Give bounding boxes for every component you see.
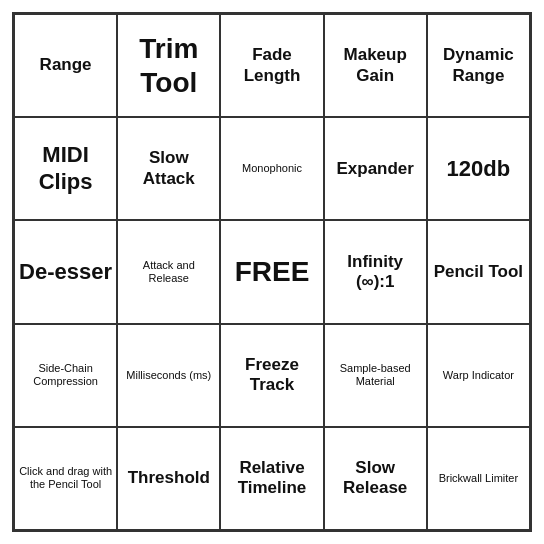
cell-text-r0c2: Fade Length <box>225 45 318 86</box>
cell-text-r1c2: Monophonic <box>242 162 302 175</box>
cell-r0c0: Range <box>14 14 117 117</box>
cell-text-r4c2: Relative Timeline <box>225 458 318 499</box>
cell-text-r2c4: Pencil Tool <box>434 262 523 282</box>
cell-r2c1: Attack and Release <box>117 220 220 323</box>
cell-r2c3: Infinity (∞):1 <box>324 220 427 323</box>
cell-r4c1: Threshold <box>117 427 220 530</box>
cell-text-r1c0: MIDI Clips <box>19 142 112 195</box>
cell-r4c4: Brickwall Limiter <box>427 427 530 530</box>
cell-r0c3: Makeup Gain <box>324 14 427 117</box>
cell-text-r2c3: Infinity (∞):1 <box>329 252 422 293</box>
cell-r1c0: MIDI Clips <box>14 117 117 220</box>
cell-text-r4c3: Slow Release <box>329 458 422 499</box>
cell-r3c3: Sample-based Material <box>324 324 427 427</box>
cell-r2c4: Pencil Tool <box>427 220 530 323</box>
cell-text-r3c0: Side-Chain Compression <box>19 362 112 388</box>
cell-text-r1c3: Expander <box>336 159 413 179</box>
cell-r1c3: Expander <box>324 117 427 220</box>
cell-text-r2c0: De-esser <box>19 259 112 285</box>
cell-text-r3c2: Freeze Track <box>225 355 318 396</box>
cell-r1c1: Slow Attack <box>117 117 220 220</box>
cell-r3c1: Milliseconds (ms) <box>117 324 220 427</box>
bingo-grid: RangeTrim ToolFade LengthMakeup GainDyna… <box>14 14 530 530</box>
cell-text-r4c0: Click and drag with the Pencil Tool <box>19 465 112 491</box>
cell-text-r3c1: Milliseconds (ms) <box>126 369 211 382</box>
cell-text-r3c4: Warp Indicator <box>443 369 514 382</box>
cell-r4c3: Slow Release <box>324 427 427 530</box>
cell-text-r2c2: FREE <box>235 255 310 289</box>
cell-r1c2: Monophonic <box>220 117 323 220</box>
cell-text-r4c1: Threshold <box>128 468 210 488</box>
cell-text-r2c1: Attack and Release <box>122 259 215 285</box>
cell-r3c0: Side-Chain Compression <box>14 324 117 427</box>
bingo-board: RangeTrim ToolFade LengthMakeup GainDyna… <box>12 12 532 532</box>
cell-text-r0c4: Dynamic Range <box>432 45 525 86</box>
cell-r4c0: Click and drag with the Pencil Tool <box>14 427 117 530</box>
cell-r0c4: Dynamic Range <box>427 14 530 117</box>
cell-r0c2: Fade Length <box>220 14 323 117</box>
cell-r4c2: Relative Timeline <box>220 427 323 530</box>
cell-r2c2: FREE <box>220 220 323 323</box>
cell-text-r4c4: Brickwall Limiter <box>439 472 518 485</box>
cell-r1c4: 120db <box>427 117 530 220</box>
cell-r3c2: Freeze Track <box>220 324 323 427</box>
cell-r2c0: De-esser <box>14 220 117 323</box>
cell-r0c1: Trim Tool <box>117 14 220 117</box>
cell-text-r3c3: Sample-based Material <box>329 362 422 388</box>
cell-r3c4: Warp Indicator <box>427 324 530 427</box>
cell-text-r1c4: 120db <box>447 156 511 182</box>
cell-text-r0c1: Trim Tool <box>122 32 215 99</box>
cell-text-r0c0: Range <box>40 55 92 75</box>
cell-text-r1c1: Slow Attack <box>122 148 215 189</box>
cell-text-r0c3: Makeup Gain <box>329 45 422 86</box>
